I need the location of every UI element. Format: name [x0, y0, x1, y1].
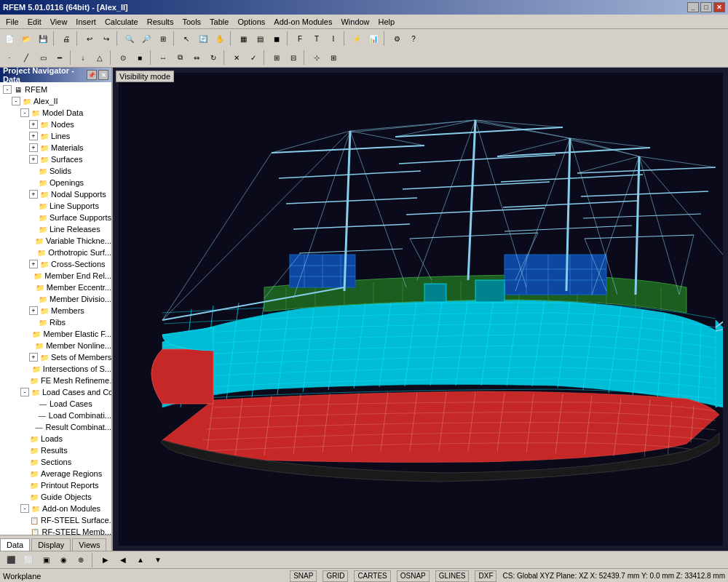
- menu-options[interactable]: Options: [233, 16, 269, 28]
- menu-addon-modules[interactable]: Add-on Modules: [269, 16, 336, 28]
- osnap-button[interactable]: OSNAP: [397, 570, 430, 582]
- tb-view-front[interactable]: F: [292, 31, 308, 47]
- tb-bottom-5[interactable]: ⊕: [73, 552, 89, 568]
- tb-view-iso[interactable]: I: [325, 31, 341, 47]
- tree-member-end-rel[interactable]: 📁 Member End Rel...: [0, 270, 111, 282]
- tree-members[interactable]: + 📁 Members: [0, 305, 111, 316]
- tree-orthotropic[interactable]: 📁 Orthotropic Surf...: [0, 247, 111, 258]
- tree-nodal-supports[interactable]: + 📁 Nodal Supports: [0, 188, 111, 200]
- load-cases-container-toggle[interactable]: -: [20, 388, 29, 396]
- menu-tools[interactable]: Tools: [178, 16, 205, 28]
- surfaces-toggle[interactable]: +: [29, 155, 38, 164]
- dxf-button[interactable]: DXF: [475, 570, 496, 582]
- tree-alexii[interactable]: - 📁 Alex_II: [0, 95, 111, 107]
- nodal-supports-toggle[interactable]: +: [29, 190, 38, 199]
- tree-rfem[interactable]: - 🖥 RFEM: [0, 84, 111, 95]
- tb-zoom-in[interactable]: 🔍: [122, 31, 138, 47]
- tb-move[interactable]: ↔: [155, 49, 171, 65]
- menu-table[interactable]: Table: [205, 16, 233, 28]
- close-button[interactable]: ✕: [713, 2, 725, 12]
- model-data-toggle[interactable]: -: [20, 108, 29, 117]
- nodes-toggle[interactable]: +: [29, 120, 38, 129]
- tb-bottom-3[interactable]: ▣: [38, 552, 54, 568]
- tree-ribs[interactable]: 📁 Ribs: [0, 316, 111, 328]
- menu-calculate[interactable]: Calculate: [100, 16, 143, 28]
- cross-sections-toggle[interactable]: +: [29, 260, 38, 268]
- tb-node[interactable]: ·: [1, 49, 17, 65]
- menu-view[interactable]: View: [46, 16, 72, 28]
- tree-load-cases[interactable]: — Load Cases: [0, 398, 111, 410]
- tb-render-1[interactable]: ▦: [235, 31, 251, 47]
- tree-nodes[interactable]: + 📁 Nodes: [0, 119, 111, 130]
- tree-load-combinations[interactable]: — Load Combinati...: [0, 410, 111, 421]
- tb-render-3[interactable]: ◼: [269, 31, 285, 47]
- tb-bottom-8[interactable]: ▲: [132, 552, 149, 568]
- tb-surface[interactable]: ▭: [35, 49, 51, 65]
- grid-button[interactable]: GRID: [323, 570, 348, 582]
- tb-grid-toggle[interactable]: ⊞: [325, 49, 341, 65]
- tree-printout[interactable]: 📁 Printout Reports: [0, 479, 111, 491]
- tree-load-cases-container[interactable]: - 📁 Load Cases and Co...: [0, 386, 111, 398]
- tb-new[interactable]: 📄: [1, 31, 17, 47]
- tb-rotate2[interactable]: ↻: [205, 49, 221, 65]
- members-toggle[interactable]: +: [29, 306, 38, 315]
- menu-help[interactable]: Help: [374, 16, 400, 28]
- tb-save[interactable]: 💾: [35, 31, 51, 47]
- tree-lines[interactable]: + 📁 Lines: [0, 130, 111, 142]
- addon-modules-toggle[interactable]: -: [20, 504, 29, 513]
- tree-sets-of-members[interactable]: + 📁 Sets of Members: [0, 351, 111, 363]
- tb-bottom-7[interactable]: ◀: [115, 552, 131, 568]
- tb-pan[interactable]: ✋: [212, 31, 228, 47]
- tb-bottom-2[interactable]: ⬜: [20, 552, 36, 568]
- tb-mesh[interactable]: ⊞: [269, 49, 285, 65]
- tree-materials[interactable]: + 📁 Materials: [0, 142, 111, 154]
- tb-bottom-6[interactable]: ▶: [98, 552, 114, 568]
- tb-view-top[interactable]: T: [309, 31, 325, 47]
- pn-tab-data[interactable]: Data: [0, 538, 30, 551]
- cartes-button[interactable]: CARTES: [354, 570, 390, 582]
- menu-edit[interactable]: Edit: [23, 16, 46, 28]
- tb-settings[interactable]: ⚙: [389, 31, 405, 47]
- tree-results[interactable]: 📁 Results: [0, 445, 111, 456]
- snap-button[interactable]: SNAP: [290, 570, 317, 582]
- menu-window[interactable]: Window: [336, 16, 373, 28]
- tb-results[interactable]: 📊: [365, 31, 381, 47]
- tb-zoom-out[interactable]: 🔎: [138, 31, 154, 47]
- menu-file[interactable]: File: [1, 16, 23, 28]
- tb-bottom-1[interactable]: ⬛: [3, 552, 19, 568]
- sets-of-members-toggle[interactable]: +: [29, 353, 38, 362]
- tb-check[interactable]: ✓: [245, 49, 261, 65]
- tree-surfaces[interactable]: + 📁 Surfaces: [0, 154, 111, 165]
- tree-rf-steel-surface[interactable]: 📋 RF-STEEL Surface...: [0, 514, 111, 526]
- glines-button[interactable]: GLINES: [435, 570, 470, 582]
- tb-rotate[interactable]: 🔄: [195, 31, 211, 47]
- menu-insert[interactable]: Insert: [71, 16, 100, 28]
- tb-support[interactable]: △: [92, 49, 108, 65]
- tb-undo[interactable]: ↩: [82, 31, 98, 47]
- tb-redo[interactable]: ↪: [98, 31, 114, 47]
- materials-toggle[interactable]: +: [29, 143, 38, 152]
- maximize-button[interactable]: □: [700, 2, 712, 12]
- tree-result-combinations[interactable]: — Result Combinat...: [0, 421, 111, 433]
- tb-copy[interactable]: ⧉: [172, 49, 188, 65]
- tree-cross-sections[interactable]: + 📁 Cross-Sections: [0, 258, 111, 270]
- tree-line-releases[interactable]: 📁 Line Releases: [0, 223, 111, 235]
- tb-bottom-4[interactable]: ◉: [55, 552, 71, 568]
- tb-material[interactable]: ■: [132, 49, 148, 65]
- tb-bottom-9[interactable]: ▼: [150, 552, 166, 568]
- tree-openings[interactable]: 📁 Openings: [0, 177, 111, 188]
- tree-line-supports[interactable]: 📁 Line Supports: [0, 200, 111, 212]
- tree-addon-modules[interactable]: - 📁 Add-on Modules: [0, 503, 111, 514]
- tree-surface-supports[interactable]: 📁 Surface Supports: [0, 212, 111, 223]
- tree-fe-mesh[interactable]: 📁 FE Mesh Refineme...: [0, 375, 111, 386]
- tree-intersections[interactable]: 📁 Intersections of S...: [0, 363, 111, 375]
- tb-print[interactable]: 🖨: [58, 31, 74, 47]
- tree-loads[interactable]: 📁 Loads: [0, 433, 111, 445]
- tree-guide-objects[interactable]: 📁 Guide Objects: [0, 491, 111, 503]
- tb-help-btn[interactable]: ?: [405, 31, 422, 47]
- tree-solids[interactable]: 📁 Solids: [0, 165, 111, 177]
- menu-results[interactable]: Results: [143, 16, 178, 28]
- pn-close-button[interactable]: ✕: [98, 70, 108, 80]
- tb-member[interactable]: ━: [52, 49, 68, 65]
- tree-variable-thickness[interactable]: 📁 Variable Thickne...: [0, 235, 111, 247]
